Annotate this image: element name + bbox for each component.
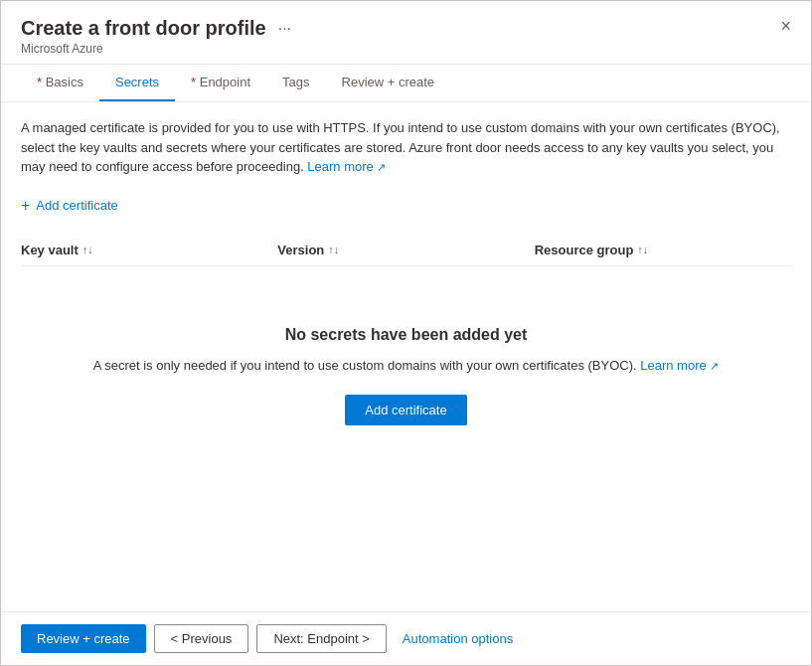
tab-secrets[interactable]: Secrets bbox=[99, 65, 175, 101]
previous-button[interactable]: < Previous bbox=[154, 624, 249, 653]
plus-icon: + bbox=[21, 197, 30, 215]
dialog-title-area: Create a front door profile ··· Microsof… bbox=[21, 17, 295, 56]
sort-icon-resource-group: ↑↓ bbox=[637, 244, 648, 255]
title-text: Create a front door profile bbox=[21, 17, 266, 40]
column-resource-group-label: Resource group bbox=[535, 243, 634, 257]
automation-options-button[interactable]: Automation options bbox=[395, 625, 521, 652]
info-paragraph: A managed certificate is provided for yo… bbox=[21, 118, 791, 177]
dialog-title: Create a front door profile ··· bbox=[21, 17, 295, 40]
column-version[interactable]: Version ↑↓ bbox=[277, 243, 534, 257]
column-version-label: Version bbox=[277, 243, 324, 257]
dialog: Create a front door profile ··· Microsof… bbox=[0, 0, 812, 666]
dialog-subtitle: Microsoft Azure bbox=[21, 42, 295, 56]
column-key-vault-label: Key vault bbox=[21, 243, 79, 257]
tab-endpoint[interactable]: Endpoint bbox=[175, 65, 266, 101]
tabs-bar: Basics Secrets Endpoint Tags Review + cr… bbox=[1, 65, 811, 102]
column-resource-group[interactable]: Resource group ↑↓ bbox=[535, 243, 791, 257]
sort-icon-version: ↑↓ bbox=[328, 244, 339, 255]
next-button[interactable]: Next: Endpoint > bbox=[256, 624, 386, 653]
tab-tags[interactable]: Tags bbox=[266, 65, 325, 101]
close-button[interactable]: × bbox=[780, 17, 791, 35]
external-link-icon-2: ↗ bbox=[710, 360, 719, 372]
review-create-button[interactable]: Review + create bbox=[21, 624, 146, 653]
empty-state-title: No secrets have been added yet bbox=[285, 326, 528, 344]
add-certificate-button-top[interactable]: + Add certificate bbox=[21, 193, 118, 219]
table-header: Key vault ↑↓ Version ↑↓ Resource group ↑… bbox=[21, 235, 791, 266]
empty-state: No secrets have been added yet A secret … bbox=[21, 266, 791, 466]
tab-basics[interactable]: Basics bbox=[21, 65, 99, 101]
external-link-icon: ↗ bbox=[377, 161, 386, 173]
tab-review-create[interactable]: Review + create bbox=[326, 65, 451, 101]
add-certificate-button-center[interactable]: Add certificate bbox=[345, 395, 466, 425]
sort-icon-key-vault: ↑↓ bbox=[82, 244, 93, 255]
dialog-header: Create a front door profile ··· Microsof… bbox=[1, 1, 811, 65]
column-key-vault[interactable]: Key vault ↑↓ bbox=[21, 243, 277, 257]
add-certificate-label: Add certificate bbox=[36, 198, 117, 213]
info-learn-more-link[interactable]: Learn more ↗ bbox=[307, 159, 386, 174]
more-button[interactable]: ··· bbox=[274, 20, 295, 38]
dialog-content: A managed certificate is provided for yo… bbox=[1, 102, 811, 611]
empty-state-description: A secret is only needed if you intend to… bbox=[93, 356, 720, 376]
empty-learn-more-link[interactable]: Learn more ↗ bbox=[640, 358, 719, 373]
dialog-footer: Review + create < Previous Next: Endpoin… bbox=[1, 611, 811, 665]
